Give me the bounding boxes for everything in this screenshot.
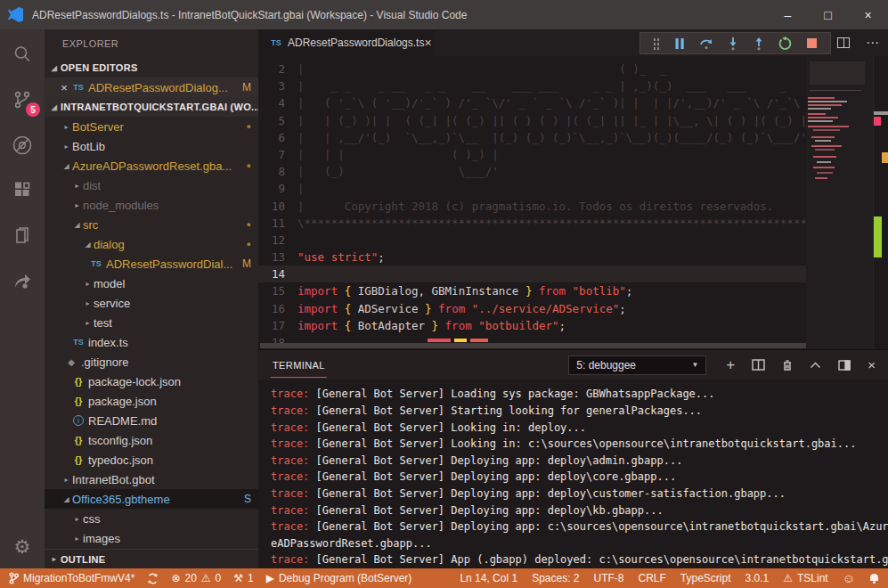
tree-item-index-ts[interactable]: TS index.ts	[45, 332, 258, 352]
code-line: 13 "use strict";	[258, 249, 888, 265]
share-icon[interactable]	[10, 269, 35, 294]
split-editor-icon[interactable]	[837, 37, 850, 48]
open-editors-header[interactable]: ◢ OPEN EDITORS	[45, 58, 258, 78]
tree-item-images[interactable]: ▸ images	[45, 528, 258, 548]
source-control-icon[interactable]: 5	[10, 87, 35, 112]
terminal-line: trace: [General Bot Server] Deploying ap…	[271, 519, 888, 535]
new-terminal-icon[interactable]: +	[726, 357, 735, 372]
line-number: 2	[258, 61, 297, 78]
tslint-label: TSLint	[797, 572, 828, 584]
code-token: | | ,__/'(_) `\__,_)`\__ |(_) (_) (_)`\_…	[297, 131, 807, 144]
restart-button[interactable]	[778, 37, 793, 51]
tree-item-botserver[interactable]: ▸ BotServer ●	[45, 117, 258, 136]
tree-item-node-modules[interactable]: ▸ node_modules	[45, 195, 258, 215]
tree-item-gitignore[interactable]: ◆ .gitignore	[45, 352, 258, 372]
more-actions-icon[interactable]: ⋯	[866, 35, 879, 51]
tab-adresetpassworddialogs[interactable]: TS ADResetPasswordDialogs.ts ×	[258, 29, 435, 56]
log-text: [General Bot Server] Looking in: c:\sour…	[309, 437, 856, 450]
close-window-button[interactable]: ×	[848, 0, 888, 29]
tree-item-adresetpassworddialogs[interactable]: TS ADResetPasswordDial... M	[45, 254, 258, 274]
tree-item-service[interactable]: ▸ service	[45, 293, 258, 313]
git-branch-item[interactable]: MigrationToBotFmwV4*	[9, 572, 134, 584]
tree-item-dialog[interactable]: ◢ dialog ●	[45, 234, 258, 254]
clipped-code-line	[428, 339, 488, 342]
ruler-marker-green	[874, 216, 882, 257]
vscode-window: ADResetPasswordDialogs.ts - IntranetBotQ…	[0, 0, 888, 588]
tree-item-office365-gbtheme[interactable]: ◢ Office365.gbtheme S	[45, 489, 258, 509]
tree-item-package-json[interactable]: {} package.json	[45, 391, 258, 411]
stop-button[interactable]	[806, 37, 818, 49]
workspace-section-header[interactable]: ◢ INTRANETBOTQUICKSTART.GBAI (WO...	[45, 97, 258, 117]
outline-section-header[interactable]: ▸ OUTLINE	[45, 549, 258, 568]
language-mode-item[interactable]: TypeScript	[680, 572, 731, 584]
tree-item-test[interactable]: ▸ test	[45, 313, 258, 332]
tree-item-label: Office365.gbtheme	[72, 493, 170, 506]
step-over-button[interactable]	[699, 37, 713, 51]
tree-item-intranetbot-gbot[interactable]: ▸ IntranetBot.gbot	[45, 470, 258, 489]
tree-item-tsconfig-json[interactable]: {} tsconfig.json	[45, 430, 258, 450]
search-icon[interactable]	[10, 42, 35, 67]
terminal-select[interactable]: 5: debuggee ▼	[568, 355, 706, 375]
tree-item-azureadpasswordreset[interactable]: ◢ AzureADPasswordReset.gba... ●	[45, 156, 258, 176]
dropdown-arrow-icon: ▼	[691, 361, 698, 369]
debug-launch-item[interactable]: ▶ Debug Program (BotServer)	[266, 572, 412, 584]
notifications-bell-icon[interactable]	[869, 574, 879, 584]
horizontal-scrollbar[interactable]	[260, 343, 806, 348]
chevron-expanded-icon: ◢	[48, 103, 61, 111]
overview-ruler[interactable]	[873, 56, 888, 349]
problems-item[interactable]: ⊗ 20 ⚠ 0	[171, 572, 221, 584]
log-level: trace:	[271, 437, 309, 450]
minimap[interactable]	[806, 56, 873, 349]
eol-item[interactable]: CRLF	[639, 572, 666, 584]
tree-item-botlib[interactable]: ▸ BotLib	[45, 136, 258, 156]
tree-item-readme-md[interactable]: i README.md	[45, 411, 258, 430]
extensions-icon[interactable]	[10, 178, 35, 203]
docs-icon[interactable]	[10, 224, 35, 249]
open-editor-item[interactable]: × TS ADResetPasswordDialog... M	[45, 78, 258, 97]
kill-terminal-icon[interactable]	[782, 359, 793, 372]
modified-badge: M	[242, 81, 251, 94]
tree-item-dist[interactable]: ▸ dist	[45, 176, 258, 195]
debug-toolbar	[640, 32, 831, 54]
line-number: 11	[258, 215, 297, 232]
code-token: | | (_) )| | ( (_| |( (_) || ( ) ( ) |( …	[297, 114, 807, 127]
close-panel-icon[interactable]: ×	[868, 357, 876, 372]
chevron-right-icon: ▸	[82, 280, 94, 288]
step-into-button[interactable]	[727, 37, 739, 51]
settings-gear-icon[interactable]: ⚙	[0, 536, 45, 558]
tree-item-css[interactable]: ▸ css	[45, 509, 258, 528]
tslint-item[interactable]: ⚠ TSLint	[783, 572, 827, 584]
maximize-panel-icon[interactable]	[810, 362, 821, 369]
typescript-file-icon: TS	[269, 38, 283, 47]
indentation-item[interactable]: Spaces: 2	[532, 572, 579, 584]
drag-handle-icon[interactable]	[653, 37, 660, 50]
code-token: import	[297, 319, 345, 332]
code-token: \***************************************…	[297, 216, 827, 230]
close-tab-icon[interactable]: ×	[424, 36, 431, 50]
close-editor-icon[interactable]: ×	[57, 81, 71, 94]
chevron-expanded-icon: ◢	[61, 495, 72, 503]
version-item[interactable]: 3.0.1	[745, 572, 770, 584]
tree-item-package-lock-json[interactable]: {} package-lock.json	[45, 372, 258, 391]
code-token: from	[445, 319, 479, 332]
tree-item-typedoc-json[interactable]: {} typedoc.json	[45, 450, 258, 470]
tab-terminal[interactable]: TERMINAL	[271, 353, 327, 378]
encoding-item[interactable]: UTF-8	[594, 572, 624, 584]
debug-icon[interactable]	[10, 133, 35, 158]
code-editor[interactable]: 2 | ( )_ _ 3 | _ _ _ __ _ _ __ ___ ___ _…	[258, 56, 888, 349]
cursor-position-item[interactable]: Ln 14, Col 1	[460, 572, 517, 584]
split-terminal-icon[interactable]	[752, 359, 765, 371]
step-out-button[interactable]	[753, 37, 765, 51]
tree-item-model[interactable]: ▸ model	[45, 274, 258, 293]
tree-item-src[interactable]: ◢ src ●	[45, 215, 258, 234]
maximize-button[interactable]: □	[808, 0, 848, 29]
feedback-smiley-icon[interactable]: ☺	[843, 571, 855, 585]
minimize-button[interactable]: –	[768, 0, 808, 29]
code-token: from	[438, 302, 472, 315]
tools-item[interactable]: ⚒ 1	[233, 572, 253, 584]
pause-button[interactable]	[673, 37, 686, 50]
terminal-output[interactable]: trace: [General Bot Server] Loading sys …	[258, 380, 888, 568]
tree-item-label: tsconfig.json	[88, 434, 152, 447]
toggle-panel-icon[interactable]	[838, 360, 851, 371]
sync-item[interactable]	[147, 573, 159, 584]
